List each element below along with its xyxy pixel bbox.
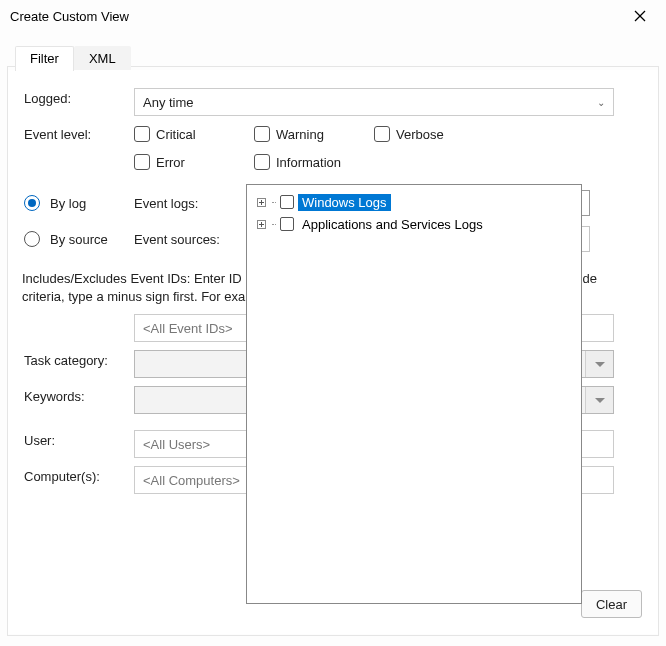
tab-filter[interactable]: Filter [15, 46, 74, 71]
tree-label: Windows Logs [298, 194, 391, 211]
tree-item-app-services-logs[interactable]: Applications and Services Logs [251, 213, 577, 235]
close-icon [634, 10, 646, 22]
information-checkbox[interactable]: Information [254, 154, 374, 170]
event-sources-label: Event sources: [134, 232, 254, 247]
logged-combo[interactable]: Any time ⌄ [134, 88, 614, 116]
tree-item-windows-logs[interactable]: Windows Logs [251, 191, 577, 213]
verbose-checkbox[interactable]: Verbose [374, 126, 464, 142]
chevron-down-icon [585, 387, 613, 413]
chevron-down-icon [585, 351, 613, 377]
logged-value: Any time [143, 95, 194, 110]
clear-button[interactable]: Clear [581, 590, 642, 618]
logged-label: Logged: [24, 88, 134, 106]
expand-icon[interactable] [257, 198, 266, 207]
tree-label: Applications and Services Logs [298, 216, 487, 233]
create-custom-view-dialog: Create Custom View Filter XML Logged: An… [0, 0, 666, 646]
tree-checkbox[interactable] [280, 195, 294, 209]
event-logs-label: Event logs: [134, 196, 254, 211]
task-category-label: Task category: [24, 350, 134, 368]
chevron-down-icon: ⌄ [597, 97, 605, 108]
by-log-radio[interactable]: By log [24, 195, 134, 211]
close-button[interactable] [618, 0, 662, 32]
tree-checkbox[interactable] [280, 217, 294, 231]
event-level-label: Event level: [24, 124, 134, 142]
computers-label: Computer(s): [24, 466, 134, 484]
expand-icon[interactable] [257, 220, 266, 229]
tab-xml[interactable]: XML [74, 46, 131, 71]
window-title: Create Custom View [10, 9, 129, 24]
error-checkbox[interactable]: Error [134, 154, 224, 170]
keywords-label: Keywords: [24, 386, 134, 404]
critical-checkbox[interactable]: Critical [134, 126, 224, 142]
warning-checkbox[interactable]: Warning [254, 126, 344, 142]
user-label: User: [24, 430, 134, 448]
titlebar: Create Custom View [0, 0, 666, 32]
event-logs-tree-popup[interactable]: Windows Logs Applications and Services L… [246, 184, 582, 604]
by-source-radio[interactable]: By source [24, 231, 134, 247]
